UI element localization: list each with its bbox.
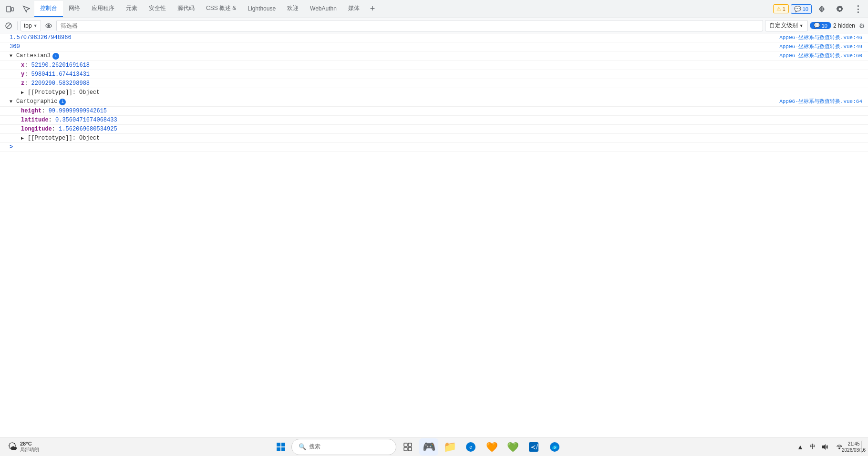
device-toolbar-icon[interactable] — [2, 1, 18, 17]
clock-area[interactable]: 21:45 2026/03/16 — [847, 440, 860, 454]
tab-sources[interactable]: 源代码 — [172, 1, 200, 17]
tab-security[interactable]: 安全性 — [143, 1, 172, 17]
tree-key: z — [21, 80, 24, 87]
warning-count: 1 — [783, 6, 785, 12]
value-number: 360 — [10, 43, 20, 50]
tree-key: latitude — [21, 117, 49, 123]
svg-rect-12 — [281, 447, 285, 451]
tree-collapse-arrow[interactable]: ▼ — [10, 99, 16, 104]
eye-icon-button[interactable] — [43, 20, 54, 31]
context-selector[interactable]: top ▼ — [21, 20, 41, 31]
message-badge[interactable]: 💬 10 — [791, 4, 812, 14]
row-source-link[interactable]: App06-坐标系与数值转换.vue:49 — [779, 43, 868, 50]
tab-css-overview[interactable]: CSS 概述 & — [200, 1, 242, 17]
row-content: height : 99.99999999942615 — [0, 107, 862, 115]
svg-point-8 — [48, 25, 50, 27]
row-source-link[interactable]: App06-坐标系与数值转换.vue:64 — [779, 98, 868, 105]
svg-rect-13 — [404, 443, 407, 446]
tab-network[interactable]: 网络 — [63, 1, 86, 17]
remote-devices-icon[interactable] — [814, 1, 830, 17]
add-tab-button[interactable]: + — [365, 2, 380, 16]
log-level-selector[interactable]: 自定义级别 ▼ — [765, 20, 808, 31]
tree-collapse-arrow[interactable]: ▼ — [10, 53, 16, 59]
more-options-icon[interactable]: ⋮ — [850, 1, 866, 17]
row-content: ▼ Cartesian3 i — [0, 52, 779, 60]
tab-lighthouse[interactable]: Lighthouse — [242, 1, 281, 17]
taskbar-app-norton[interactable]: 🧡 — [482, 438, 501, 456]
taskbar-time: 21:45 — [847, 441, 859, 447]
object-label-cartesian3[interactable]: Cartesian3 — [16, 52, 51, 59]
console-message-count-badge[interactable]: 💬 10 — [810, 22, 831, 29]
tab-webauthn[interactable]: WebAuthn — [304, 1, 342, 17]
console-row: ▶ [[Prototype]] : Object — [0, 88, 868, 97]
svg-text:≺/≻: ≺/≻ — [530, 443, 538, 451]
start-button[interactable] — [272, 438, 289, 456]
tab-media[interactable]: 媒体 — [342, 1, 365, 17]
console-row: latitude : 0.3560471674068433 — [0, 116, 868, 125]
taskbar-app-files[interactable]: 📁 — [440, 438, 459, 456]
row-content: latitude : 0.3560471674068433 — [0, 116, 862, 124]
console-row: 1.5707963267948966 App06-坐标系与数值转换.vue:46 — [0, 33, 868, 42]
console-row: ▼ Cartesian3 i App06-坐标系与数值转换.vue:60 — [0, 51, 868, 61]
taskbar-weather-widget[interactable]: 🌤 28°C 局部晴朗 — [4, 439, 43, 455]
row-content: y : 5980411.674413431 — [0, 71, 862, 78]
console-toolbar: top ▼ 自定义级别 ▼ 💬 10 2 hidden ⚙ — [0, 18, 868, 33]
console-row: ▼ Cartographic i App06-坐标系与数值转换.vue:64 — [0, 97, 868, 107]
row-source-link[interactable]: App06-坐标系与数值转换.vue:46 — [779, 34, 868, 41]
taskbar-app-taskview[interactable] — [398, 438, 417, 456]
tree-value: 0.3560471674068433 — [55, 117, 117, 123]
settings-icon[interactable] — [832, 1, 848, 17]
warning-icon: ⚠ — [776, 6, 781, 12]
filter-input[interactable] — [56, 20, 763, 31]
clear-console-button[interactable] — [3, 20, 14, 31]
console-settings-icon[interactable]: ⚙ — [859, 22, 865, 30]
console-row: height : 99.99999999942615 — [0, 107, 868, 116]
svg-rect-0 — [7, 6, 10, 12]
show-hidden-icons-button[interactable]: ▲ — [794, 440, 807, 454]
tree-value: 52190.26201691618 — [31, 62, 90, 69]
show-desktop-button[interactable] — [861, 440, 864, 454]
inspect-icon[interactable] — [18, 1, 34, 17]
console-row: ▶ [[Prototype]] : Object — [0, 134, 868, 143]
prompt-arrow: > — [10, 144, 13, 151]
row-content: ▼ Cartographic i — [0, 98, 779, 106]
temperature-label: 28°C — [20, 441, 39, 447]
prototype-expand-arrow[interactable]: ▶ — [21, 90, 28, 95]
input-language-indicator[interactable]: 中 — [808, 442, 817, 452]
object-label-cartographic[interactable]: Cartographic — [16, 98, 57, 105]
console-row: z : 2209290.583298988 — [0, 79, 868, 88]
prototype-key: [[Prototype]] — [28, 135, 72, 142]
badge-count: 10 — [822, 23, 827, 29]
tab-elements[interactable]: 元素 — [120, 1, 143, 17]
svg-text:e: e — [469, 444, 472, 450]
console-row: y : 5980411.674413431 — [0, 70, 868, 79]
row-source-link[interactable]: App06-坐标系与数值转换.vue:60 — [779, 52, 868, 59]
info-icon-cartesian3[interactable]: i — [52, 53, 59, 60]
tab-application[interactable]: 应用程序 — [86, 1, 120, 17]
taskbar-app-green[interactable]: 💚 — [503, 438, 522, 456]
info-icon-cartographic[interactable]: i — [59, 99, 66, 105]
tab-console[interactable]: 控制台 — [34, 1, 63, 17]
tree-value: 99.99999999942615 — [49, 108, 107, 114]
log-level-arrow: ▼ — [799, 23, 804, 28]
prototype-key: [[Prototype]] — [28, 89, 72, 96]
svg-rect-16 — [408, 447, 412, 451]
svg-text:e: e — [554, 444, 556, 450]
svg-point-24 — [839, 447, 840, 448]
tab-welcome[interactable]: 欢迎 — [281, 1, 304, 17]
row-content: z : 2209290.583298988 — [0, 80, 862, 87]
console-row: x : 52190.26201691618 — [0, 61, 868, 70]
row-content: ▶ [[Prototype]] : Object — [0, 134, 862, 142]
taskbar-app-edge2[interactable]: e — [545, 438, 564, 456]
taskbar-app-vscode[interactable]: ≺/≻ — [524, 438, 543, 456]
warning-badge[interactable]: ⚠ 1 — [773, 4, 789, 13]
svg-rect-10 — [281, 443, 285, 446]
console-toolbar-right: 2 hidden ⚙ — [833, 22, 865, 30]
devtools-tab-bar: 控制台 网络 应用程序 元素 安全性 源代码 CSS 概述 & Lighthou… — [0, 0, 868, 18]
taskbar-search-box[interactable]: 🔍 搜索 — [291, 439, 396, 455]
volume-icon[interactable] — [818, 440, 832, 454]
taskbar-app-avatar[interactable]: 🎮 — [419, 438, 438, 456]
prototype-expand-arrow[interactable]: ▶ — [21, 135, 28, 141]
context-dropdown-arrow: ▼ — [33, 23, 38, 28]
taskbar-app-edge[interactable]: e — [461, 438, 480, 456]
